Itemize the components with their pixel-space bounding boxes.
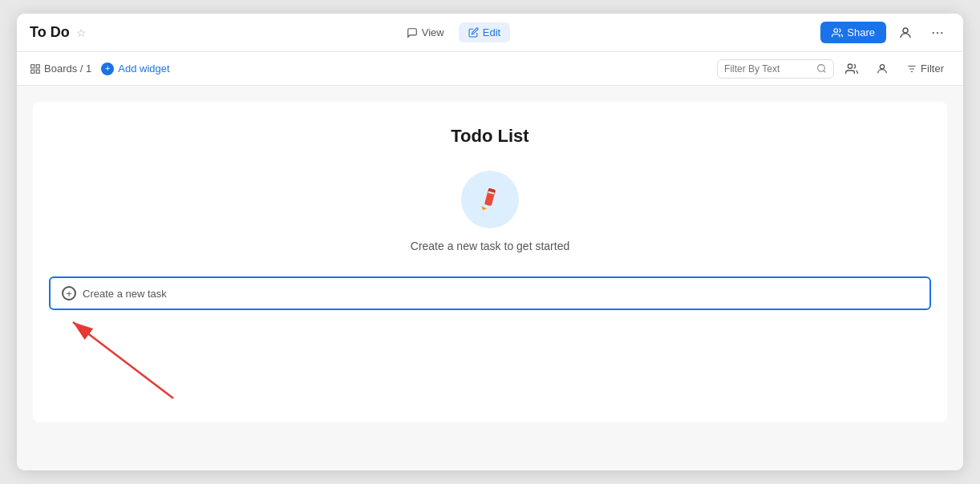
- svg-line-21: [73, 322, 173, 398]
- app-window: To Do ☆ View Edit: [17, 14, 963, 470]
- top-bar-right: Share: [820, 20, 950, 46]
- boards-icon: [30, 63, 41, 75]
- svg-rect-8: [36, 70, 39, 73]
- plus-circle-icon: +: [101, 63, 114, 75]
- top-bar: To Do ☆ View Edit: [17, 14, 963, 52]
- svg-point-0: [834, 28, 838, 32]
- page-title: To Do: [30, 24, 70, 41]
- svg-rect-5: [31, 64, 34, 67]
- empty-state: Create a new task to get started: [411, 171, 569, 252]
- create-task-bar[interactable]: + Create a new task: [49, 276, 931, 310]
- star-icon[interactable]: ☆: [76, 26, 87, 39]
- share-button[interactable]: Share: [820, 22, 886, 43]
- board-container: Todo List Create a new task to get start…: [33, 102, 947, 422]
- red-arrow-svg: [49, 310, 177, 406]
- more-button[interactable]: [925, 20, 950, 46]
- create-task-plus-icon: +: [62, 286, 76, 300]
- sub-bar: Boards / 1 + Add widget: [17, 52, 963, 86]
- svg-point-11: [848, 64, 852, 68]
- empty-state-text: Create a new task to get started: [411, 240, 569, 252]
- more-icon: [930, 26, 945, 40]
- filter-icon: [906, 63, 917, 75]
- svg-point-12: [880, 64, 884, 68]
- sub-bar-left: Boards / 1 + Add widget: [30, 63, 170, 75]
- avatar-button[interactable]: [893, 20, 918, 46]
- edit-button[interactable]: Edit: [459, 22, 510, 42]
- sub-bar-right: Filter: [717, 56, 950, 82]
- top-bar-left: To Do ☆: [30, 24, 87, 41]
- people-filter-button[interactable]: [839, 56, 865, 82]
- pencil-svg: [476, 185, 504, 214]
- arrow-annotation: [49, 310, 931, 406]
- pencil-icon-circle: [461, 171, 519, 228]
- view-icon: [407, 27, 418, 38]
- breadcrumb: Boards / 1: [30, 63, 91, 75]
- svg-point-9: [818, 65, 825, 72]
- filter-text-input[interactable]: [724, 63, 812, 75]
- view-button[interactable]: View: [397, 22, 454, 42]
- person-filter-button[interactable]: [869, 56, 895, 82]
- create-task-text: Create a new task: [83, 288, 167, 300]
- filter-input-wrapper: [717, 59, 834, 79]
- svg-line-10: [824, 71, 825, 72]
- svg-point-1: [903, 28, 908, 33]
- filter-button[interactable]: Filter: [900, 59, 950, 78]
- svg-marker-17: [480, 206, 487, 211]
- share-icon: [832, 27, 843, 38]
- main-content: Todo List Create a new task to get start…: [17, 86, 963, 470]
- edit-icon: [468, 27, 479, 38]
- search-icon: [816, 63, 827, 74]
- top-bar-center: View Edit: [397, 22, 510, 42]
- board-title: Todo List: [451, 126, 528, 147]
- people-icon: [845, 63, 858, 75]
- person-icon: [876, 63, 889, 75]
- svg-rect-6: [36, 64, 39, 67]
- svg-point-3: [937, 31, 938, 33]
- user-icon: [898, 26, 913, 40]
- svg-point-2: [933, 31, 934, 33]
- svg-rect-7: [31, 70, 34, 73]
- add-widget-button[interactable]: + Add widget: [101, 63, 169, 75]
- svg-point-4: [941, 31, 942, 33]
